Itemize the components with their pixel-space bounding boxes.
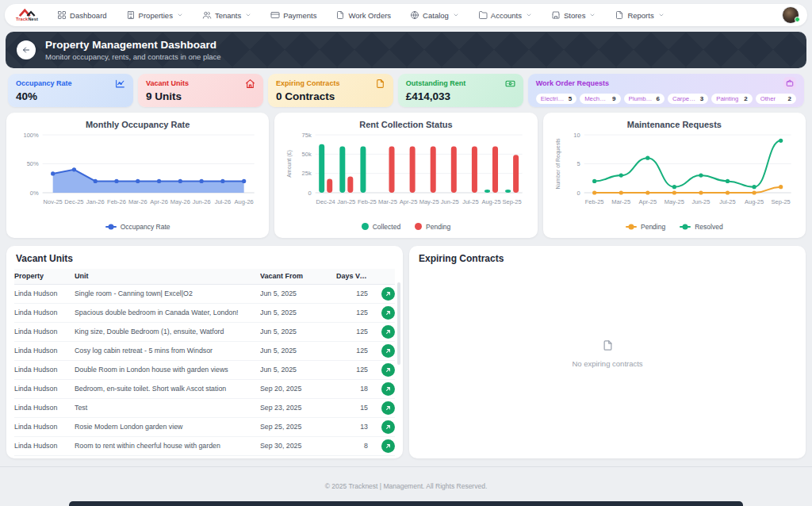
row-open-button[interactable] [381,344,395,358]
nav-item-label: Work Orders [348,11,391,20]
chevron-down-icon [177,12,183,18]
chevron-down-icon [245,12,251,18]
svg-text:Nov-25: Nov-25 [44,198,63,205]
accounts-icon [478,10,488,20]
cell-days-vacant: 18 [336,385,371,393]
legend-marker [626,226,637,228]
user-avatar[interactable] [782,6,799,24]
table-row: Linda Hudson Spacious double bedroom in … [14,304,395,323]
back-button[interactable] [17,40,36,59]
row-open-button[interactable] [381,325,395,339]
svg-text:Apr-25: Apr-25 [400,198,418,205]
table-row: Linda Hudson Single room - Canning town|… [14,285,395,304]
cell-unit: Test [75,404,260,412]
occupancy-rate-chart[interactable]: 0%50%100%Nov-25Dec-25Jan-26Feb-26Mar-26A… [13,129,262,220]
row-open-button[interactable] [381,401,395,415]
svg-text:Dec-25: Dec-25 [64,198,83,205]
svg-text:Jun-25: Jun-25 [441,198,459,205]
table-scrollbar[interactable] [397,282,400,365]
pill-label: Painting [716,95,738,102]
stat-card-outstanding-rent[interactable]: Outstanding Rent £414,033 [398,74,523,107]
stat-card-expiring-contracts[interactable]: Expiring Contracts 0 Contracts [268,74,393,107]
work-order-pill-electrical[interactable]: Electrical5 [536,94,576,104]
row-open-button[interactable] [381,439,395,453]
nav-item-catalog[interactable]: Catalog [410,10,459,20]
work-order-pill-painting[interactable]: Painting2 [711,94,752,104]
svg-text:Apr-25: Apr-25 [638,198,657,205]
stat-card-occupancy-rate[interactable]: Occupancy Rate 40% [8,74,133,107]
table-row: Linda Hudson Double Room in London house… [14,361,395,380]
chart-card-rent-collection: Rent Collection Status 025k50k75kAmount … [274,113,537,238]
legend-item-pending[interactable]: Pending [626,223,665,231]
svg-text:Aug-25: Aug-25 [745,198,764,205]
pill-count: 6 [656,95,659,102]
work-order-pill-other[interactable]: Other2 [756,94,796,104]
column-header: Vacant From [260,272,336,280]
page-header-banner: Property Management Dashboard Monitor oc… [6,32,806,67]
payments-icon [270,10,280,20]
cell-days-vacant: 125 [336,309,371,316]
cell-property: Linda Hudson [14,442,75,450]
svg-text:May-26: May-26 [170,198,190,205]
vacant-units-icon [245,79,255,89]
nav-item-tenants[interactable]: Tenants [202,10,251,20]
maintenance-requests-chart[interactable]: 0510Number of RequestsFeb-25Mar-25Apr-25… [550,129,799,220]
nav-item-dashboard[interactable]: Dashboard [57,10,106,20]
nav-item-stores[interactable]: Stores [551,10,596,20]
cell-property: Linda Hudson [14,423,75,431]
work-order-pill-plumbing[interactable]: Plumbing6 [624,94,665,104]
nav-item-reports[interactable]: Reports [615,10,664,20]
pill-count: 2 [744,95,747,102]
legend-item-occupancy-rate[interactable]: Occupancy Rate [105,223,170,231]
legend-item-resolved[interactable]: Resolved [680,223,722,231]
app-root: TrackNest DashboardPropertiesTenantsPaym… [0,0,812,506]
row-open-button[interactable] [381,382,395,396]
roof-logo-icon [18,8,36,17]
bottom-accent-bar [69,501,743,506]
svg-text:Jul-25: Jul-25 [719,198,735,205]
chart-legend: Occupancy Rate [13,220,262,233]
svg-text:Mar-25: Mar-25 [611,198,630,205]
svg-text:Jun-26: Jun-26 [193,198,211,205]
rent-collection-chart[interactable]: 025k50k75kAmount (£)Dec-24Jan-25Feb-25Ma… [281,129,530,220]
row-open-button[interactable] [381,306,395,320]
chart-card-maintenance: Maintenance Requests 0510Number of Reque… [543,113,806,238]
brand-logo[interactable]: TrackNest [16,8,38,22]
column-header: Property [14,272,75,280]
footer-text: © 2025 Tracknest | Management. All Right… [325,482,488,490]
legend-marker [362,223,369,230]
nav-item-label: Properties [139,11,173,20]
row-open-button[interactable] [381,420,395,434]
reports-icon [615,10,624,20]
stat-value: 40% [16,90,125,102]
svg-text:Number of Requests: Number of Requests [554,138,561,190]
chart-title: Monthly Occupancy Rate [13,120,262,129]
svg-text:100%: 100% [23,131,39,138]
nav-item-work-orders[interactable]: Work Orders [335,10,391,20]
pill-label: Other [760,95,776,102]
work-order-pill-carpentry[interactable]: Carpentry3 [668,94,708,104]
cell-vacant-from: Jun 5, 2025 [260,328,336,335]
nav-item-accounts[interactable]: Accounts [478,10,532,20]
top-navigation: TrackNest DashboardPropertiesTenantsPaym… [5,4,807,26]
row-open-button[interactable] [381,287,395,301]
cell-property: Linda Hudson [14,309,75,316]
stat-card-vacant-units[interactable]: Vacant Units 9 Units [138,74,263,107]
cell-unit: Cosy log cabin retreat - 5 mins from Win… [75,347,260,355]
legend-item-collected[interactable]: Collected [362,223,400,231]
row-open-button[interactable] [381,363,395,377]
expiring-contracts-panel: Expiring Contracts No expiring contracts [409,246,806,458]
cell-unit: Single room - Canning town| Excel|O2 [75,289,260,297]
work-order-pill-mechanical[interactable]: Mechanical9 [580,94,620,104]
cell-unit: King size, Double Bedroom (1), ensuite, … [75,328,260,335]
nav-item-properties[interactable]: Properties [126,10,183,20]
legend-item-pending[interactable]: Pending [415,223,450,231]
vacant-units-table: Property Unit Vacant From Days Vacant Li… [6,269,403,456]
chevron-down-icon [658,12,665,18]
stat-label: Work Order Requests [536,79,609,87]
svg-text:Feb-25: Feb-25 [584,198,603,205]
cell-days-vacant: 15 [336,404,371,412]
empty-contracts-icon [602,339,614,355]
work-orders-icon [335,10,345,20]
nav-item-payments[interactable]: Payments [270,10,316,20]
